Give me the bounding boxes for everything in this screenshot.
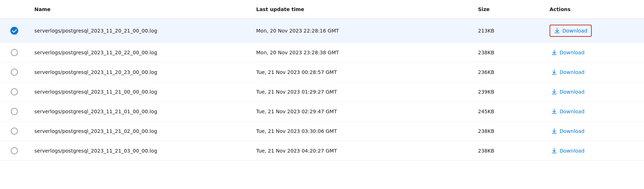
size-cell: 213KB (472, 19, 544, 43)
size-cell: 245KB (472, 102, 544, 121)
download-label: Download (562, 28, 587, 34)
row-checkbox-cell[interactable] (0, 102, 29, 121)
size-cell: 236KB (472, 63, 544, 82)
last-update-cell: Mon, 20 Nov 2023 23:28:38 GMT (250, 43, 472, 63)
checkbox-unchecked-icon[interactable] (11, 147, 18, 154)
actions-cell[interactable]: Download (544, 141, 644, 161)
file-name-cell: serverlogs/postgresql_2023_11_20_23_00_0… (29, 63, 250, 82)
download-button[interactable]: Download (550, 49, 586, 56)
size-cell: 238KB (472, 43, 544, 63)
last-update-cell: Tue, 21 Nov 2023 03:30:06 GMT (250, 121, 472, 141)
checkbox-checked-icon[interactable] (10, 27, 18, 35)
size-cell: 239KB (472, 82, 544, 102)
table-header-row: Name Last update time Size Actions (0, 0, 644, 19)
name-header: Name (29, 0, 250, 19)
checkbox-unchecked-icon[interactable] (11, 108, 18, 115)
log-files-table: Name Last update time Size Actions serve… (0, 0, 644, 161)
download-button[interactable]: Download (550, 25, 592, 37)
row-checkbox-cell[interactable] (0, 121, 29, 141)
actions-header: Actions (544, 0, 644, 19)
checkbox-unchecked-icon[interactable] (11, 69, 18, 76)
row-checkbox-cell[interactable] (0, 19, 29, 43)
actions-cell[interactable]: Download (544, 82, 644, 102)
download-icon (551, 128, 557, 134)
size-cell: 238KB (472, 121, 544, 141)
actions-cell[interactable]: Download (544, 43, 644, 63)
download-icon (554, 28, 560, 34)
table-row[interactable]: serverlogs/postgresql_2023_11_21_02_00_0… (0, 121, 644, 141)
file-name-cell: serverlogs/postgresql_2023_11_21_03_00_0… (29, 141, 250, 161)
download-label: Download (560, 89, 585, 95)
size-header: Size (472, 0, 544, 19)
last-update-header: Last update time (250, 0, 472, 19)
download-label: Download (560, 69, 585, 75)
download-icon (551, 148, 557, 154)
download-button[interactable]: Download (550, 108, 586, 115)
file-name-cell: serverlogs/postgresql_2023_11_21_00_00_0… (29, 82, 250, 102)
last-update-cell: Mon, 20 Nov 2023 22:28:16 GMT (250, 19, 472, 43)
download-button[interactable]: Download (550, 68, 586, 76)
actions-cell[interactable]: Download (544, 121, 644, 141)
download-label: Download (560, 109, 585, 114)
download-icon (551, 108, 557, 115)
download-button[interactable]: Download (550, 88, 586, 96)
download-label: Download (560, 148, 585, 154)
table-row[interactable]: serverlogs/postgresql_2023_11_20_23_00_0… (0, 63, 644, 82)
last-update-cell: Tue, 21 Nov 2023 04:20:27 GMT (250, 141, 472, 161)
download-icon (551, 69, 557, 75)
table-row[interactable]: serverlogs/postgresql_2023_11_21_00_00_0… (0, 82, 644, 102)
file-name-cell: serverlogs/postgresql_2023_11_20_21_00_0… (29, 19, 250, 43)
last-update-cell: Tue, 21 Nov 2023 02:29:47 GMT (250, 102, 472, 121)
row-checkbox-cell[interactable] (0, 43, 29, 63)
file-name-cell: serverlogs/postgresql_2023_11_20_22_00_0… (29, 43, 250, 63)
download-icon (551, 49, 557, 56)
last-update-cell: Tue, 21 Nov 2023 01:29:27 GMT (250, 82, 472, 102)
last-update-cell: Tue, 21 Nov 2023 00:28:57 GMT (250, 63, 472, 82)
row-checkbox-cell[interactable] (0, 63, 29, 82)
download-button[interactable]: Download (550, 127, 586, 135)
actions-cell[interactable]: Download (544, 19, 644, 43)
table-row[interactable]: serverlogs/postgresql_2023_11_21_01_00_0… (0, 102, 644, 121)
checkbox-unchecked-icon[interactable] (11, 49, 18, 56)
table-row[interactable]: serverlogs/postgresql_2023_11_21_03_00_0… (0, 141, 644, 161)
download-label: Download (560, 128, 585, 134)
file-name-cell: serverlogs/postgresql_2023_11_21_02_00_0… (29, 121, 250, 141)
download-label: Download (560, 50, 585, 55)
actions-cell[interactable]: Download (544, 102, 644, 121)
size-cell: 238KB (472, 141, 544, 161)
table-row[interactable]: serverlogs/postgresql_2023_11_20_22_00_0… (0, 43, 644, 63)
download-icon (551, 89, 557, 95)
checkbox-unchecked-icon[interactable] (11, 88, 18, 95)
row-checkbox-cell[interactable] (0, 141, 29, 161)
download-button[interactable]: Download (550, 147, 586, 155)
table-body: serverlogs/postgresql_2023_11_20_21_00_0… (0, 19, 644, 161)
table-row[interactable]: serverlogs/postgresql_2023_11_20_21_00_0… (0, 19, 644, 43)
actions-cell[interactable]: Download (544, 63, 644, 82)
row-checkbox-cell[interactable] (0, 82, 29, 102)
checkbox-header (0, 0, 29, 19)
file-name-cell: serverlogs/postgresql_2023_11_21_01_00_0… (29, 102, 250, 121)
checkbox-unchecked-icon[interactable] (11, 128, 18, 135)
log-files-table-container: Name Last update time Size Actions serve… (0, 0, 644, 189)
